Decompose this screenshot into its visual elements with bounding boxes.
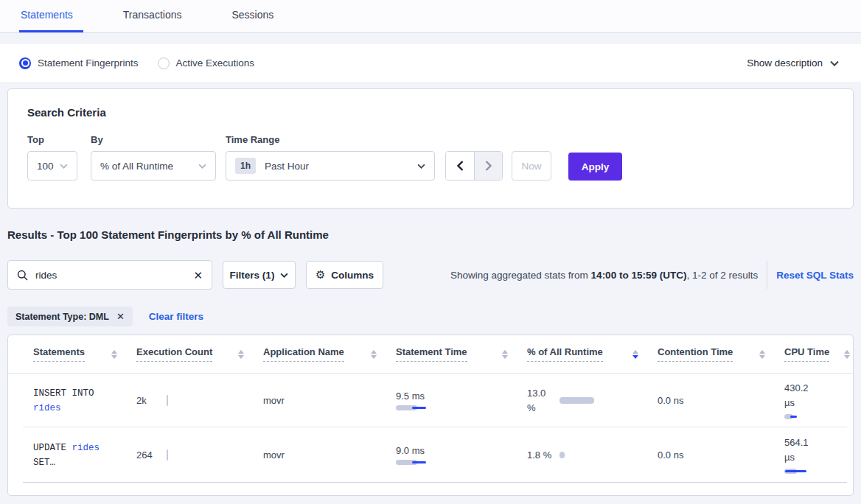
apply-button[interactable]: Apply [568,153,622,181]
divider [767,261,767,289]
statement-link[interactable]: rides [33,403,61,413]
chevron-down-icon [417,164,425,169]
contention-time-value: 0.0 ns [658,395,784,406]
chevron-down-icon [198,164,206,169]
column-header-cpu-time[interactable]: CPU Time [784,346,854,362]
chevron-down-icon [280,273,288,278]
show-description-toggle[interactable]: Show description [747,57,839,69]
statement-fingerprint: UPDATE rides SET… [33,441,113,470]
pct-runtime-value: 1.8 % [527,448,554,463]
cpu-time-value: 564.1 µs [784,435,815,465]
clear-filters-link[interactable]: Clear filters [149,311,203,322]
pct-runtime-bar [560,452,565,458]
reset-sql-stats-link[interactable]: Reset SQL Stats [776,270,854,281]
contention-time-value: 0.0 ns [658,449,784,461]
statement-time-cell: 9.5 ms [396,391,527,411]
radio-label: Statement Fingerprints [38,57,139,69]
clear-search-icon[interactable]: ✕ [193,270,203,281]
sort-icon-active-desc[interactable] [632,350,638,359]
next-time-button[interactable] [474,152,502,180]
chevron-right-icon [485,161,492,171]
sort-icon[interactable] [238,350,244,359]
cpu-time-cell: 564.1 µs [784,435,854,475]
results-toolbar: ✕ Filters (1) ⚙ Columns Showing aggregat… [7,260,854,290]
time-range-field: Time Range 1h Past Hour [226,134,445,181]
top-field: Top 100 [27,134,91,181]
columns-label: Columns [331,270,374,281]
column-header-application-name[interactable]: Application Name [263,346,396,362]
top-select[interactable]: 100 [27,151,77,181]
radio-label: Active Executions [176,57,255,69]
search-input[interactable] [35,270,193,281]
table-header-row: Statements Execution Count Application N… [8,335,853,374]
column-header-statement-time[interactable]: Statement Time [396,346,527,362]
sort-icon[interactable] [502,350,508,359]
filters-button[interactable]: Filters (1) [223,261,296,289]
column-header-statements[interactable]: Statements [8,346,136,362]
by-label: By [91,134,226,145]
search-icon [17,270,28,281]
execution-count-bar [167,395,168,406]
sort-icon[interactable] [111,350,117,359]
sort-icon[interactable] [759,350,765,359]
top-label: Top [27,134,91,145]
search-box[interactable]: ✕ [7,260,212,290]
statement-link[interactable]: rides [72,443,100,453]
table-row[interactable]: INSERT INTO rides 2k movr 9.5 ms 13.0 % … [8,374,853,427]
execution-count-value: 264 [136,449,167,461]
cpu-time-bar [784,469,829,475]
remove-filter-icon[interactable]: ✕ [116,311,125,322]
results-heading: Results - Top 100 Statement Fingerprints… [7,228,854,241]
now-button[interactable]: Now [512,151,551,181]
search-criteria-panel: Search Criteria Top 100 By % of All Runt… [7,88,854,209]
filter-tag-label: Statement Type: DML [15,312,109,322]
statement-time-bar [396,460,440,466]
time-range-badge: 1h [235,158,256,174]
pct-runtime-value: 13.0 % [527,386,554,416]
column-header-pct-of-all-runtime[interactable]: % of All Runtime [527,346,658,362]
by-value: % of All Runtime [100,161,173,172]
radio-selected-icon[interactable] [19,57,31,69]
time-nav-group [445,151,503,181]
statement-time-value: 9.0 ms [396,445,527,456]
previous-time-button[interactable] [446,152,474,180]
radio-unselected-icon[interactable] [158,57,170,69]
column-header-execution-count[interactable]: Execution Count [136,346,263,362]
statements-table: Statements Execution Count Application N… [7,335,854,496]
execution-count-bar [167,449,168,461]
top-value: 100 [37,161,54,172]
statement-time-cell: 9.0 ms [396,445,527,466]
cpu-time-bar [784,414,829,420]
application-name-value: movr [263,395,396,406]
active-filters-row: Statement Type: DML ✕ Clear filters [7,307,854,326]
time-range-select[interactable]: 1h Past Hour [226,151,435,181]
cpu-time-value: 430.2 µs [784,381,815,410]
sort-icon[interactable] [371,350,377,359]
sort-icon[interactable] [844,350,850,359]
column-header-contention-time[interactable]: Contention Time [658,346,784,362]
chevron-left-icon [457,161,464,171]
statement-time-bar [396,405,440,411]
tab-transactions[interactable]: Transactions [122,9,192,32]
pct-runtime-bar [560,397,594,404]
execution-count-value: 2k [136,395,167,406]
statement-fingerprint: INSERT INTO rides [33,386,113,416]
filter-tag-statement-type[interactable]: Statement Type: DML ✕ [7,307,133,326]
radio-active-executions[interactable]: Active Executions [158,57,255,69]
columns-button[interactable]: ⚙ Columns [306,261,383,289]
tab-sessions[interactable]: Sessions [230,9,284,32]
time-range-value: Past Hour [265,161,309,172]
pct-runtime-cell: 13.0 % [527,386,658,416]
time-range-label: Time Range [226,134,445,145]
show-description-label: Show description [747,57,823,69]
aggregated-stats-text: Showing aggregated stats from 14:00 to 1… [450,270,758,281]
filters-label: Filters (1) [230,270,275,281]
by-select[interactable]: % of All Runtime [91,151,216,181]
table-row[interactable]: UPDATE rides SET… 264 movr 9.0 ms 1.8 % … [8,427,853,483]
search-criteria-title: Search Criteria [27,106,834,119]
tab-bar: Statements Transactions Sessions [0,0,861,33]
radio-statement-fingerprints[interactable]: Statement Fingerprints [19,57,139,69]
gear-icon: ⚙ [316,268,325,281]
tab-statements[interactable]: Statements [19,9,83,32]
cpu-time-cell: 430.2 µs [784,381,854,420]
